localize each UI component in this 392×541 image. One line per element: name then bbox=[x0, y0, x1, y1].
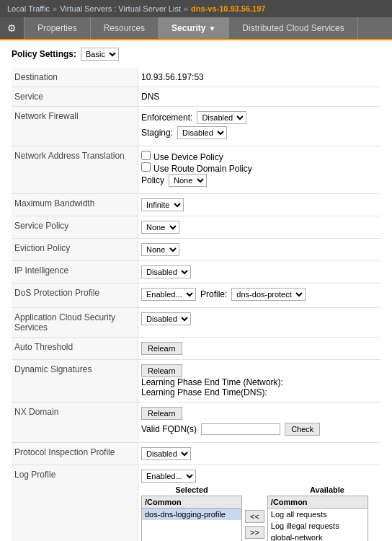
row-log-profile: Log Profile Enabled... Selected Availabl… bbox=[12, 465, 380, 542]
tab-resources[interactable]: Resources bbox=[91, 17, 159, 39]
label-log-profile: Log Profile bbox=[12, 465, 138, 542]
ip-intelligence-select[interactable]: Disabled bbox=[141, 265, 191, 278]
breadcrumb-sep-2: » bbox=[184, 4, 188, 13]
breadcrumb-sep-1: » bbox=[53, 4, 57, 13]
dos-enabled-select[interactable]: Enabled... bbox=[141, 288, 196, 301]
settings-table: Destination 10.93.56.197:53 Service DNS … bbox=[12, 68, 380, 541]
label-eviction-policy: Eviction Policy bbox=[12, 239, 138, 261]
value-service: DNS bbox=[138, 87, 381, 107]
tab-security-label: Security bbox=[172, 23, 205, 33]
value-nx-domain: Relearn Valid FQDN(s) Check bbox=[138, 403, 381, 443]
app-cloud-select[interactable]: Disabled bbox=[141, 312, 191, 325]
tabbar: ⚙ Properties Resources Security ▼ Distri… bbox=[0, 17, 392, 40]
label-max-bandwidth: Maximum Bandwidth bbox=[12, 194, 138, 216]
protocol-inspection-select[interactable]: Disabled bbox=[141, 447, 191, 460]
row-nx-domain: NX Domain Relearn Valid FQDN(s) Check bbox=[12, 403, 380, 443]
row-protocol-inspection: Protocol Inspection Profile Disabled bbox=[12, 443, 380, 465]
use-device-policy-checkbox[interactable] bbox=[141, 151, 151, 160]
staging-select[interactable]: Disabled bbox=[177, 126, 227, 139]
row-network-firewall: Network Firewall Enforcement: Disabled S… bbox=[12, 107, 380, 146]
use-route-domain-label[interactable]: Use Route Domain Policy bbox=[141, 164, 252, 174]
breadcrumb: Local Traffic » Virtual Servers : Virtua… bbox=[0, 0, 392, 17]
value-protocol-inspection: Disabled bbox=[138, 443, 381, 465]
available-list-item-1[interactable]: Log all requests bbox=[268, 509, 368, 520]
row-service-policy: Service Policy None bbox=[12, 216, 380, 239]
nx-domain-relearn-button[interactable]: Relearn bbox=[141, 407, 182, 420]
enforcement-select[interactable]: Disabled bbox=[197, 111, 246, 124]
label-service: Service bbox=[12, 87, 138, 107]
dynamic-sig-line1: Learning Phase End Time (Network): bbox=[141, 377, 378, 387]
valid-fqdns-input[interactable] bbox=[201, 423, 280, 435]
value-dos-protection: Enabled... Profile: dns-dos-protect bbox=[138, 283, 381, 308]
available-list-item-2[interactable]: Log illegal requests bbox=[268, 520, 368, 532]
staging-label: Staging: bbox=[141, 128, 173, 138]
label-app-cloud: Application Cloud Security Services bbox=[12, 308, 138, 338]
label-network-firewall: Network Firewall bbox=[12, 107, 138, 146]
value-log-profile: Enabled... Selected Available /Common do… bbox=[138, 465, 381, 542]
use-route-domain-checkbox[interactable] bbox=[141, 162, 151, 172]
label-nx-domain: NX Domain bbox=[12, 403, 138, 443]
value-service-policy: None bbox=[138, 216, 381, 239]
log-profile-enabled-select[interactable]: Enabled... bbox=[141, 470, 196, 483]
tab-security-arrow: ▼ bbox=[208, 25, 215, 32]
policy-settings-select[interactable]: Basic bbox=[81, 48, 119, 61]
breadcrumb-virtual-servers[interactable]: Virtual Servers : Virtual Server List bbox=[60, 4, 181, 13]
tab-distributed-cloud[interactable]: Distributed Cloud Services bbox=[229, 17, 357, 39]
tab-distributed-cloud-label: Distributed Cloud Services bbox=[242, 23, 344, 33]
dynamic-sig-line2: Learning Phase End Time(DNS): bbox=[141, 387, 378, 397]
auto-threshold-relearn-button[interactable]: Relearn bbox=[141, 342, 182, 355]
tab-properties[interactable]: Properties bbox=[24, 17, 91, 39]
tab-resources-label: Resources bbox=[104, 23, 145, 33]
available-label: Available bbox=[277, 485, 378, 494]
label-dos-protection: DoS Protection Profile bbox=[12, 283, 138, 308]
tab-properties-label: Properties bbox=[37, 23, 77, 33]
value-network-firewall: Enforcement: Disabled Staging: Disabled bbox=[138, 107, 381, 146]
lists-labels: Selected Available bbox=[141, 485, 378, 494]
selected-list-item-1[interactable]: dos-dns-logging-profile bbox=[142, 509, 241, 520]
check-button[interactable]: Check bbox=[285, 423, 320, 436]
selected-list[interactable]: /Common dos-dns-logging-profile bbox=[141, 496, 242, 541]
policy-label: Policy bbox=[141, 175, 164, 185]
row-nat: Network Address Translation Use Device P… bbox=[12, 146, 380, 194]
content: Policy Settings: Basic Destination 10.93… bbox=[0, 40, 392, 541]
row-eviction-policy: Eviction Policy None bbox=[12, 239, 380, 261]
eviction-policy-select[interactable]: None bbox=[141, 243, 179, 256]
row-dos-protection: DoS Protection Profile Enabled... Profil… bbox=[12, 283, 380, 308]
value-max-bandwidth: Infinite bbox=[138, 194, 381, 216]
max-bandwidth-select[interactable]: Infinite bbox=[141, 198, 184, 211]
nat-policy-select[interactable]: None bbox=[169, 174, 207, 187]
selected-list-header: /Common bbox=[142, 496, 241, 509]
service-policy-select[interactable]: None bbox=[141, 221, 179, 234]
label-auto-threshold: Auto Threshold bbox=[12, 338, 138, 360]
label-nat: Network Address Translation bbox=[12, 146, 138, 194]
row-app-cloud: Application Cloud Security Services Disa… bbox=[12, 308, 380, 338]
policy-settings-row: Policy Settings: Basic bbox=[12, 48, 380, 61]
dynamic-signatures-relearn-button[interactable]: Relearn bbox=[141, 364, 182, 377]
row-auto-threshold: Auto Threshold Relearn bbox=[12, 338, 380, 360]
dos-profile-select[interactable]: dns-dos-protect bbox=[231, 288, 306, 301]
value-nat: Use Device Policy Use Route Domain Polic… bbox=[138, 146, 381, 194]
policy-settings-label: Policy Settings: bbox=[12, 49, 76, 59]
row-service: Service DNS bbox=[12, 87, 380, 107]
gear-button[interactable]: ⚙ bbox=[0, 17, 24, 39]
breadcrumb-current: dns-vs-10.93.56.197 bbox=[191, 4, 265, 13]
label-dynamic-signatures: Dynamic Signatures bbox=[12, 360, 138, 403]
label-destination: Destination bbox=[12, 68, 138, 87]
label-service-policy: Service Policy bbox=[12, 216, 138, 239]
tab-security[interactable]: Security ▼ bbox=[159, 17, 229, 40]
transfer-right-button[interactable]: >> bbox=[245, 526, 264, 539]
available-list-item-3[interactable]: global-network bbox=[268, 532, 368, 541]
log-transfer: /Common dos-dns-logging-profile << >> /C… bbox=[141, 496, 378, 541]
value-app-cloud: Disabled bbox=[138, 308, 381, 338]
breadcrumb-local-traffic[interactable]: Local Traffic bbox=[7, 4, 50, 13]
transfer-buttons: << >> bbox=[245, 496, 264, 539]
valid-fqdns-label: Valid FQDN(s) bbox=[141, 424, 197, 434]
value-auto-threshold: Relearn bbox=[138, 338, 381, 360]
row-destination: Destination 10.93.56.197:53 bbox=[12, 68, 380, 87]
label-protocol-inspection: Protocol Inspection Profile bbox=[12, 443, 138, 465]
transfer-left-button[interactable]: << bbox=[245, 510, 264, 523]
available-list[interactable]: /Common Log all requests Log illegal req… bbox=[267, 496, 368, 541]
use-device-policy-label[interactable]: Use Device Policy bbox=[141, 152, 223, 162]
label-ip-intelligence: IP Intelligence bbox=[12, 261, 138, 283]
enforcement-label: Enforcement: bbox=[141, 113, 192, 123]
